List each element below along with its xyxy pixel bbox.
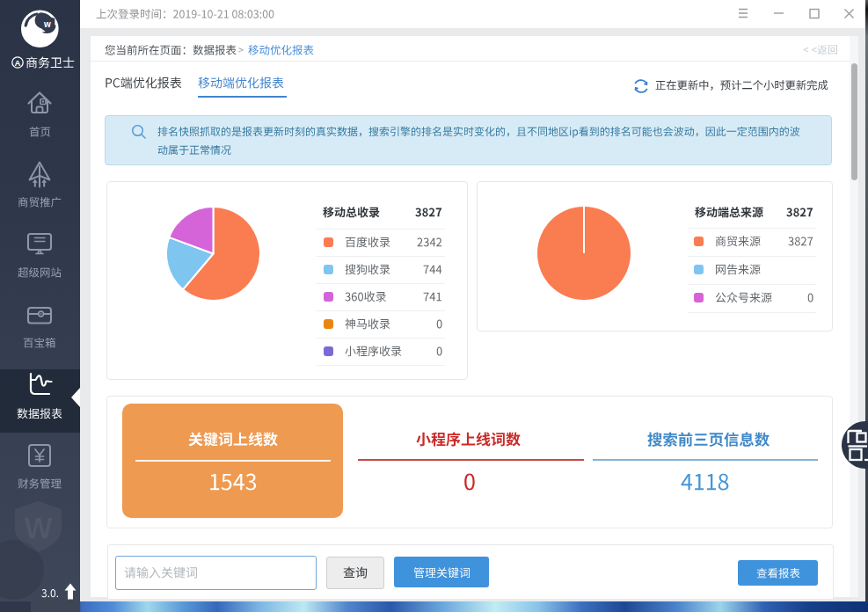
svg-text:w: w bbox=[43, 19, 51, 29]
svg-text:A: A bbox=[15, 58, 21, 68]
svg-text:W: W bbox=[24, 511, 53, 544]
